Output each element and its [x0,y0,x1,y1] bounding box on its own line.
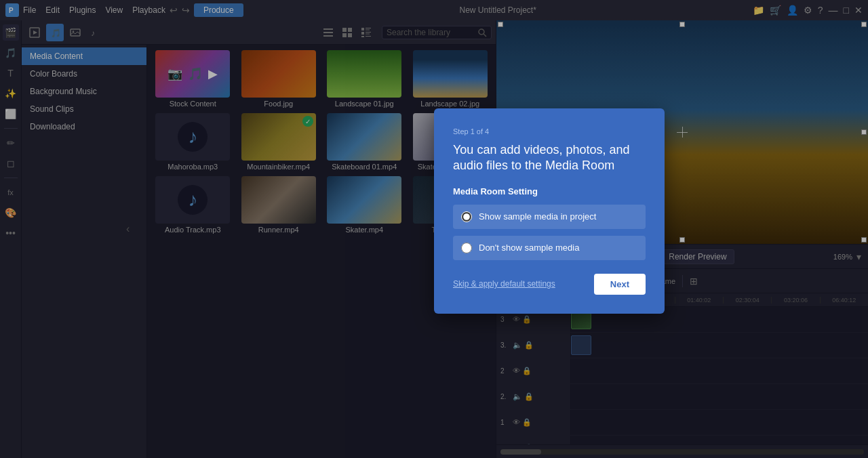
redo-icon[interactable]: ↪ [182,5,190,16]
menu-edit[interactable]: Edit [45,5,60,15]
track-content-1-video[interactable] [571,410,868,435]
track-lock-icon5[interactable]: 🔒 [522,418,532,427]
resize-handle-mr[interactable] [861,129,867,135]
tab-music[interactable]: ♪ [87,24,104,41]
search-box[interactable] [382,26,492,39]
track-lock-icon4[interactable]: 🔒 [524,392,534,401]
media-tabs: 🎵 ♪ [22,20,496,45]
render-preview-button[interactable]: Render Preview [661,249,734,264]
media-item-mahoroba[interactable]: ♪ Mahoroba.mp3 [153,113,233,171]
minimize-icon[interactable]: — [829,5,838,16]
music-icon: 🎵 [188,66,203,81]
track-volume-icon[interactable]: 🔈 [513,341,522,350]
track-icons-3v: 👁 🔒 [513,315,532,324]
list-view-btn[interactable] [319,24,337,41]
media-item-skateboard01[interactable]: Skateboard 01.mp4 [324,113,405,171]
track-clip-audio[interactable] [571,335,591,356]
resize-handle-tm[interactable] [679,22,685,27]
sidebar-item-downloaded[interactable]: Downloaded [22,118,146,136]
fx-icon[interactable]: fx [3,184,19,201]
dialog-section-title: Media Room Setting [453,186,646,196]
color-icon[interactable]: 🎨 [3,205,19,221]
resize-handle-br[interactable] [861,237,867,243]
sidebar-item-background-music[interactable]: Background Music [22,83,146,100]
track-eye-icon3[interactable]: 👁 [513,418,520,427]
grid-view-btn[interactable] [338,24,356,41]
track-lock-icon[interactable]: 🔒 [522,315,532,324]
media-item-stock-content[interactable]: 📷 🎵 ▶ Stock Content [153,50,233,108]
track-content-2-audio[interactable] [571,384,868,409]
close-icon[interactable]: ✕ [854,5,863,16]
media-room-icon[interactable]: 🎬 [3,24,19,41]
audio-room-icon[interactable]: 🎵 [3,45,19,61]
svg-rect-22 [366,36,371,37]
sidebar-item-color-boards[interactable]: Color Boards [22,65,146,83]
timeline-scrollbar[interactable] [496,444,868,458]
produce-button[interactable]: Produce [194,3,243,17]
sidebar-collapse-btn[interactable]: ‹ [126,223,130,235]
track-eye-icon2[interactable]: 👁 [513,367,520,375]
menu-view[interactable]: View [105,5,123,15]
ruler-mark-5: 06:40:12 [820,297,868,304]
menu-file[interactable]: File [23,5,36,15]
detail-view-btn[interactable] [357,24,375,41]
media-item-landscape01[interactable]: Landscape 01.jpg [324,50,405,108]
svg-rect-9 [323,32,333,33]
option-show-sample[interactable]: Show sample media in project [453,205,646,229]
search-input[interactable] [387,28,475,37]
media-item-runner[interactable]: Runner.mp4 [239,176,319,234]
track-content-1-audio[interactable] [571,436,868,444]
pen-icon[interactable]: ✏ [3,135,19,151]
sidebar-item-media-content[interactable]: Media Content [22,47,146,65]
food-label: Food.jpg [264,100,293,108]
settings-icon[interactable]: ⚙ [804,5,812,16]
option-hide-sample[interactable]: Don't show sample media [453,236,646,260]
maximize-icon[interactable]: □ [844,5,849,16]
menu-playback[interactable]: Playback [132,5,165,15]
track-lock-icon3[interactable]: 🔒 [522,367,532,375]
media-item-mountainbiker[interactable]: ✓ Mountainbiker.mp4 [239,113,319,171]
title-room-icon[interactable]: T [3,65,19,81]
eraser-icon[interactable]: ◻ [3,155,19,171]
question-icon[interactable]: ? [818,5,823,16]
track-lock-icon2[interactable]: 🔒 [524,341,534,350]
tab-image[interactable] [66,24,84,41]
zoom-dropdown-btn[interactable]: ▾ [856,251,861,262]
tab-audio[interactable]: 🎵 [46,24,64,41]
title-bar: P File Edit Plugins View Playback ↩ ↪ Pr… [0,0,868,20]
scrollbar-thumb[interactable] [500,449,541,455]
track-icons-2v: 👁 🔒 [513,367,532,375]
effects-room-icon[interactable]: ✨ [3,85,19,102]
media-item-food[interactable]: Food.jpg [239,50,319,108]
track-row-1-video: 1 👁 🔒 [496,410,868,436]
overlay-room-icon[interactable]: ⬜ [3,106,19,122]
tl-extra-btn[interactable]: ⊞ [690,276,698,287]
user-icon[interactable]: 👤 [787,5,798,16]
undo-icon[interactable]: ↩ [170,5,178,16]
resize-handle-tr[interactable] [861,22,867,27]
resize-handle-bm[interactable] [679,237,685,243]
option-hide-radio[interactable] [461,243,472,253]
stock-content-label: Stock Content [170,100,216,108]
media-item-audio2[interactable]: ♪ Audio Track.mp3 [153,176,233,234]
title-bar-left: P File Edit Plugins View Playback ↩ ↪ Pr… [5,3,243,17]
track-eye-icon[interactable]: 👁 [513,315,520,324]
runner-thumb [241,176,316,224]
sidebar-item-sound-clips[interactable]: Sound Clips [22,100,146,118]
media-item-skater[interactable]: Skater.mp4 [324,176,405,234]
media-item-landscape02[interactable]: Landscape 02.jpg [410,50,491,108]
track-content-2-video[interactable] [571,358,868,383]
more-tools-icon[interactable]: ••• [3,225,19,241]
resize-handle-tl[interactable] [498,22,503,27]
tab-media[interactable] [26,24,43,41]
track-volume-icon2[interactable]: 🔈 [513,392,522,401]
option-show-radio[interactable] [461,211,472,222]
next-button[interactable]: Next [594,274,646,295]
track-content-3-audio[interactable] [571,333,868,358]
menu-plugins[interactable]: Plugins [69,5,96,15]
menu-bar: File Edit Plugins View Playback [23,5,165,15]
landscape02-label: Landscape 02.jpg [420,100,479,108]
folder-icon[interactable]: 📁 [753,5,764,16]
cart-icon[interactable]: 🛒 [770,5,781,16]
skip-button[interactable]: Skip & apply default settings [453,279,555,289]
